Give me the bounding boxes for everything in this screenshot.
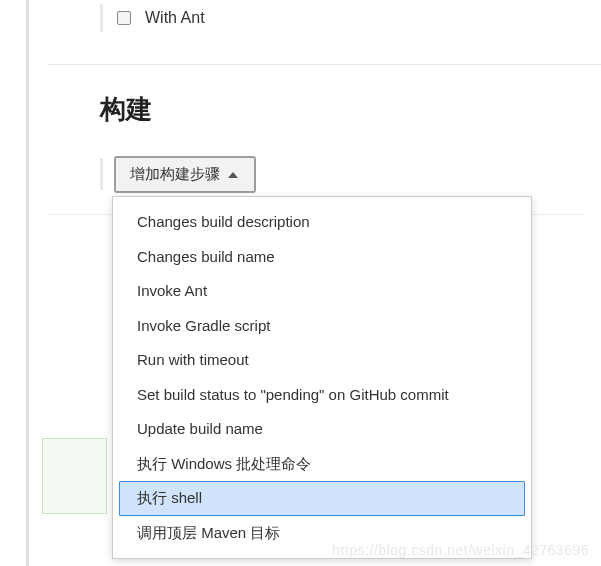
dropdown-item-5[interactable]: Set build status to "pending" on GitHub … (113, 378, 531, 413)
dropdown-item-6[interactable]: Update build name (113, 412, 531, 447)
dropdown-item-3[interactable]: Invoke Gradle script (113, 309, 531, 344)
caret-up-icon (228, 172, 238, 178)
with-ant-checkbox[interactable] (117, 11, 131, 25)
dropdown-item-4[interactable]: Run with timeout (113, 343, 531, 378)
build-section-title: 构建 (100, 92, 152, 127)
dropdown-item-0[interactable]: Changes build description (113, 205, 531, 240)
watermark-text: https://blog.csdn.net/weixin_42763696 (332, 542, 589, 558)
background-panel (42, 438, 107, 514)
build-step-dropdown: Changes build descriptionChanges build n… (112, 196, 532, 559)
section-divider (48, 64, 601, 65)
left-vertical-border (26, 0, 29, 566)
add-build-step-button[interactable]: 增加构建步骤 (114, 156, 256, 193)
with-ant-row: With Ant (100, 4, 205, 32)
button-indicator-bar (100, 158, 103, 190)
add-build-step-label: 增加构建步骤 (130, 165, 220, 184)
dropdown-item-1[interactable]: Changes build name (113, 240, 531, 275)
row-indicator-bar (100, 4, 103, 32)
dropdown-item-8[interactable]: 执行 shell (119, 481, 525, 516)
dropdown-item-2[interactable]: Invoke Ant (113, 274, 531, 309)
dropdown-item-7[interactable]: 执行 Windows 批处理命令 (113, 447, 531, 482)
with-ant-label: With Ant (145, 9, 205, 27)
